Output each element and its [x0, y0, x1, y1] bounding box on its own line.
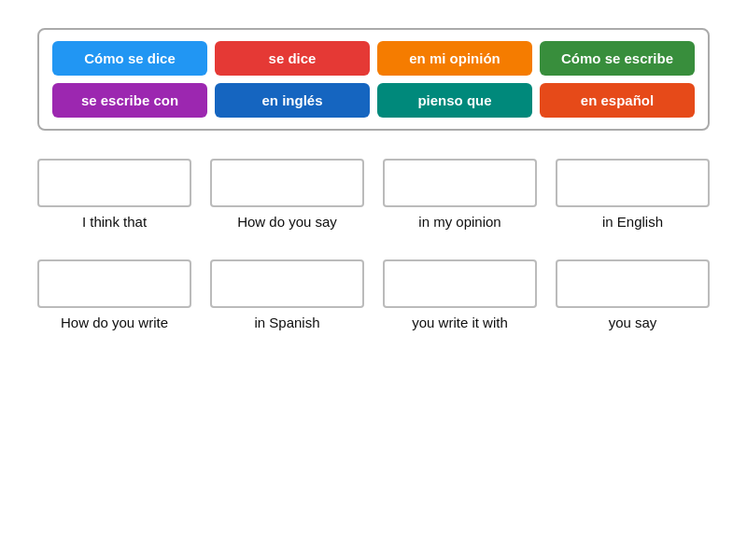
drop-in-english-container: in English: [556, 159, 710, 231]
drop-in-my-opinion-label: in my opinion: [418, 213, 500, 231]
drop-in-spanish-container: in Spanish: [210, 259, 364, 332]
drop-in-english-box[interactable]: [556, 159, 710, 207]
word-bank: Cómo se dicese diceen mi opiniónCómo se …: [37, 28, 710, 131]
chip-en-ingles[interactable]: en inglés: [215, 83, 370, 118]
chip-en-espanol[interactable]: en español: [540, 83, 695, 118]
drop-in-spanish-box[interactable]: [210, 259, 364, 308]
drop-i-think-that-label: I think that: [82, 213, 147, 231]
drop-you-write-it-with-container: you write it with: [383, 259, 537, 332]
drop-how-do-you-write-label: How do you write: [61, 314, 168, 332]
drop-how-do-you-say-box[interactable]: [210, 159, 364, 207]
drop-in-spanish-label: in Spanish: [254, 314, 319, 332]
drop-how-do-you-write-container: How do you write: [37, 259, 191, 332]
drop-in-my-opinion-box[interactable]: [383, 159, 537, 207]
drop-zones-wrapper: I think thatHow do you sayin my opinioni…: [37, 159, 710, 341]
drop-you-write-it-with-label: you write it with: [412, 314, 508, 332]
drop-in-my-opinion-container: in my opinion: [383, 159, 537, 231]
drop-i-think-that-box[interactable]: [37, 159, 191, 207]
chip-se-dice[interactable]: se dice: [215, 41, 370, 76]
drop-you-say-box[interactable]: [556, 259, 710, 308]
drop-you-write-it-with-box[interactable]: [383, 259, 537, 308]
drop-row-1: How do you writein Spanishyou write it w…: [37, 259, 710, 332]
chip-en-mi-opinion[interactable]: en mi opinión: [377, 41, 532, 76]
drop-in-english-label: in English: [602, 213, 663, 231]
drop-you-say-label: you say: [609, 314, 657, 332]
drop-how-do-you-say-label: How do you say: [237, 213, 337, 231]
drop-how-do-you-write-box[interactable]: [37, 259, 191, 308]
chip-como-se-dice[interactable]: Cómo se dice: [52, 41, 207, 76]
chip-se-escribe-con[interactable]: se escribe con: [52, 83, 207, 118]
chip-como-se-escribe[interactable]: Cómo se escribe: [540, 41, 695, 76]
chip-pienso-que[interactable]: pienso que: [377, 83, 532, 118]
drop-you-say-container: you say: [556, 259, 710, 332]
drop-row-0: I think thatHow do you sayin my opinioni…: [37, 159, 710, 231]
drop-how-do-you-say-container: How do you say: [210, 159, 364, 231]
drop-i-think-that-container: I think that: [37, 159, 191, 231]
